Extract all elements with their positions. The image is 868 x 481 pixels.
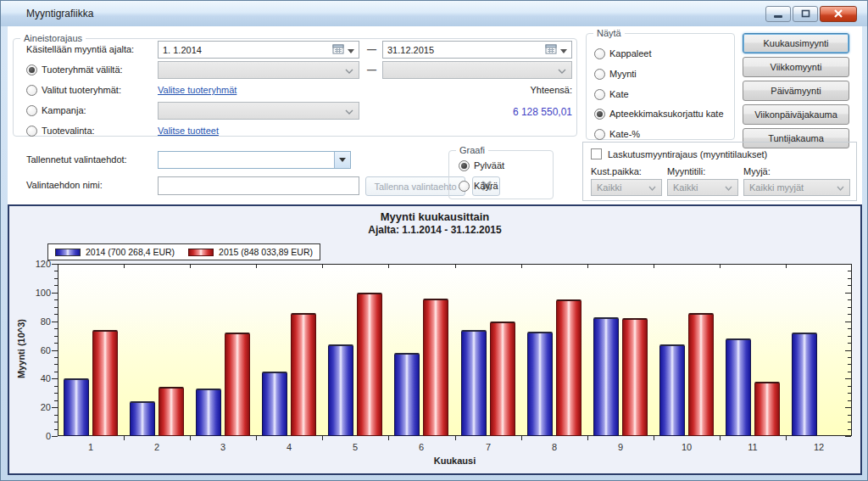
x-axis-tick-top [720, 265, 721, 268]
maximize-icon [801, 9, 810, 20]
campaign-combobox[interactable] [158, 102, 359, 120]
product-group-to-combobox[interactable] [382, 61, 572, 79]
y-axis-tick [52, 350, 58, 351]
weekday-distribution-button[interactable]: Viikonpäiväjakauma [743, 104, 849, 125]
x-axis-category-label: 9 [587, 442, 654, 452]
y-axis-tick [54, 429, 58, 430]
app-window: Myyntigrafiikka Aineistorajaus Käsitellä… [0, 0, 868, 481]
x-axis-category-label: 6 [388, 442, 454, 452]
chevron-down-icon[interactable] [348, 45, 354, 55]
bar-2015-month-4 [291, 313, 316, 436]
chevron-down-icon[interactable] [560, 45, 567, 55]
product-group-from-combobox[interactable] [158, 61, 359, 79]
radio-margin-percent[interactable] [594, 129, 605, 140]
sales-account-label: Myyntitili: [667, 166, 705, 176]
bar-2015-month-6 [423, 299, 448, 436]
y-axis-tick [54, 357, 58, 358]
bar-2015-month-11 [754, 382, 780, 436]
y-axis-tick [54, 393, 58, 394]
radio-pharmacy-fee-adjusted-margin[interactable] [594, 109, 605, 120]
minimize-button[interactable] [765, 6, 791, 22]
weekly-sales-button[interactable]: Viikkomyynti [743, 57, 849, 77]
bar-2014-month-2 [130, 401, 155, 436]
titlebar[interactable]: Myyntigrafiikka [1, 1, 867, 26]
calendar-icon [332, 43, 344, 56]
y-axis-tick [54, 343, 58, 344]
y-axis-tick-right [848, 307, 851, 308]
display-group-title: Näytä [593, 28, 625, 38]
daily-sales-button[interactable]: Päivämyynti [743, 81, 849, 101]
y-axis-tick [54, 364, 58, 365]
monthly-sales-button[interactable]: Kuukausimyynti [743, 33, 849, 53]
radio-sales[interactable] [594, 69, 605, 80]
bar-2015-month-10 [688, 313, 714, 436]
y-axis-tick-right [845, 407, 851, 408]
y-axis-tick [54, 422, 58, 422]
close-button[interactable] [820, 6, 857, 22]
y-axis-tick [54, 372, 58, 372]
saved-conditions-combobox[interactable] [158, 151, 351, 169]
choose-products-link[interactable]: Valitse tuotteet [158, 126, 219, 136]
bar-2015-month-7 [490, 322, 515, 436]
bar-2014-month-12 [792, 333, 817, 436]
x-axis-tick [388, 436, 389, 440]
minimize-icon [773, 9, 783, 20]
bar-2014-month-11 [726, 338, 751, 436]
range-dash: — [367, 64, 376, 75]
bar-2014-month-8 [527, 332, 553, 436]
seller-combobox[interactable]: Kaikki myyjät [743, 179, 850, 196]
invoice-sales-checkbox[interactable] [591, 148, 602, 159]
x-axis-category-label: 8 [521, 442, 587, 452]
radio-margin[interactable] [594, 89, 605, 100]
sales-account-combobox[interactable]: Kaikki [667, 179, 738, 196]
y-axis-tick-label: 40 [20, 373, 51, 383]
radio-pharmacy-fee-adjusted-margin-label: Apteekkimaksukorjattu kate [609, 109, 724, 119]
maximize-button[interactable] [793, 6, 818, 22]
y-axis-tick [54, 386, 58, 387]
window-controls [765, 6, 857, 22]
dropdown-arrow-icon[interactable] [334, 152, 350, 168]
chart-subtitle: Ajalta: 1.1.2014 - 31.12.2015 [9, 224, 860, 236]
chart-panel: Myynti kuukausittain Ajalta: 1.1.2014 - … [8, 204, 862, 475]
chevron-down-icon [345, 106, 353, 116]
radio-bars[interactable] [459, 160, 470, 171]
condition-name-input[interactable] [158, 176, 359, 195]
x-axis-category-label: 5 [322, 442, 388, 452]
radio-campaign[interactable] [26, 105, 37, 116]
bar-2014-month-10 [659, 344, 685, 436]
radio-product-groups-between[interactable] [26, 64, 37, 76]
bar-2015-month-8 [556, 299, 581, 436]
cost-center-combobox[interactable]: Kaikki [591, 179, 662, 196]
choose-product-groups-link[interactable]: Valitse tuoteryhmät [158, 85, 236, 95]
y-axis-tick-right [848, 278, 851, 279]
bar-2014-month-1 [64, 378, 89, 436]
chevron-down-icon [558, 65, 566, 76]
y-axis-tick-right [848, 271, 851, 271]
graph-type-group-title: Graafi [456, 145, 488, 155]
chart-title: Myynti kuukausittain [9, 210, 860, 223]
y-axis-tick-right [848, 364, 851, 365]
radio-units[interactable] [594, 48, 605, 59]
x-axis-tick-top [322, 265, 323, 268]
date-from-field[interactable]: 1. 1.2014 [158, 41, 359, 59]
y-axis-tick-right [848, 357, 851, 358]
y-axis-tick-label: 60 [20, 345, 51, 355]
y-axis-tick-label: 120 [20, 259, 51, 269]
radio-curve[interactable] [459, 181, 470, 192]
bar-2014-month-4 [262, 372, 287, 436]
radio-campaign-label: Kampanja: [42, 105, 86, 115]
x-axis-tick-top [256, 265, 257, 268]
y-axis-tick [54, 415, 58, 416]
y-axis-tick [52, 407, 58, 408]
seller-value: Kaikki myyjät [749, 182, 837, 193]
radio-selected-product-groups[interactable] [26, 85, 37, 96]
client-area: Aineistorajaus Käsitellään myyntiä ajalt… [8, 26, 862, 475]
y-axis-tick-right [848, 285, 851, 286]
date-to-field[interactable]: 31.12.2015 [382, 41, 572, 59]
data-filter-group-title: Aineistorajaus [20, 33, 86, 43]
radio-product-selection[interactable] [26, 126, 37, 137]
seller-label: Myyjä: [743, 166, 771, 176]
x-axis-tick [322, 436, 323, 440]
x-axis-tick [124, 436, 125, 440]
radio-product-groups-between-label: Tuoteryhmät väliltä: [42, 64, 123, 75]
